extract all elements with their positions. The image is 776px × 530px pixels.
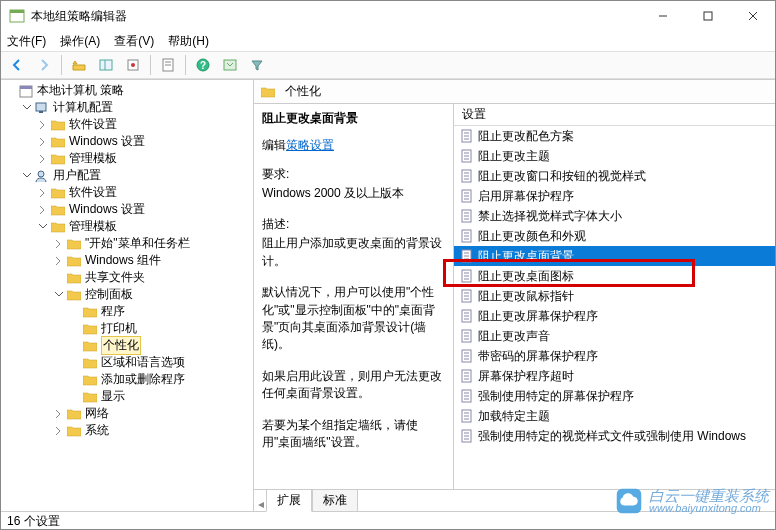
tree-node[interactable]: 系统 (1, 422, 253, 439)
folder-icon (66, 407, 82, 421)
right-header: 个性化 (254, 80, 775, 104)
tree-node[interactable]: "开始"菜单和任务栏 (1, 235, 253, 252)
tree-pane[interactable]: 本地计算机 策略计算机配置软件设置Windows 设置管理模板用户配置软件设置W… (1, 80, 254, 511)
tree-expander-icon[interactable] (53, 289, 64, 300)
export-button[interactable] (121, 54, 145, 76)
tree-expander-icon[interactable] (21, 102, 32, 113)
detail-pane: 阻止更改桌面背景 编辑策略设置 要求: Windows 2000 及以上版本 描… (254, 104, 454, 489)
setting-item[interactable]: 屏幕保护程序超时 (454, 366, 775, 386)
svg-point-9 (131, 63, 135, 67)
tree-node[interactable]: 个性化 (1, 337, 253, 354)
up-button[interactable] (67, 54, 91, 76)
forward-button[interactable] (32, 54, 56, 76)
setting-item[interactable]: 强制使用特定的屏幕保护程序 (454, 386, 775, 406)
policy-icon (460, 189, 474, 203)
tree-expander-icon[interactable] (21, 170, 32, 181)
setting-item[interactable]: 启用屏幕保护程序 (454, 186, 775, 206)
tree-expander-icon[interactable] (53, 425, 64, 436)
setting-item[interactable]: 带密码的屏幕保护程序 (454, 346, 775, 366)
svg-rect-15 (224, 60, 236, 70)
tree-node[interactable]: 共享文件夹 (1, 269, 253, 286)
tree-node[interactable]: 区域和语言选项 (1, 354, 253, 371)
folder-icon (82, 322, 98, 336)
tree-expander-icon[interactable] (37, 153, 48, 164)
tree-node-label: 系统 (85, 422, 109, 439)
tree-node[interactable]: 本地计算机 策略 (1, 82, 253, 99)
setting-item[interactable]: 阻止更改颜色和外观 (454, 226, 775, 246)
setting-label: 强制使用特定的屏幕保护程序 (478, 388, 634, 405)
tree-expander-icon[interactable] (37, 187, 48, 198)
tree-node[interactable]: 控制面板 (1, 286, 253, 303)
filter-options-button[interactable] (218, 54, 242, 76)
settings-list[interactable]: 阻止更改配色方案阻止更改主题阻止更改窗口和按钮的视觉样式启用屏幕保护程序禁止选择… (454, 126, 775, 489)
setting-item[interactable]: 阻止更改桌面图标 (454, 266, 775, 286)
tree-expander-icon[interactable] (53, 238, 64, 249)
tree-node[interactable]: Windows 设置 (1, 201, 253, 218)
tree-node[interactable]: 软件设置 (1, 116, 253, 133)
tree-node[interactable]: 软件设置 (1, 184, 253, 201)
tab-standard[interactable]: 标准 (312, 490, 358, 512)
setting-item[interactable]: 禁止选择视觉样式字体大小 (454, 206, 775, 226)
column-header-setting[interactable]: 设置 (454, 104, 775, 126)
setting-item[interactable]: 阻止更改桌面背景 (454, 246, 775, 266)
status-text: 16 个设置 (7, 513, 60, 530)
setting-item[interactable]: 阻止更改配色方案 (454, 126, 775, 146)
tree-node[interactable]: 管理模板 (1, 150, 253, 167)
menu-file[interactable]: 文件(F) (7, 33, 46, 50)
setting-item[interactable]: 阻止更改鼠标指针 (454, 286, 775, 306)
policy-icon (460, 129, 474, 143)
close-button[interactable] (730, 1, 775, 31)
app-icon (9, 8, 25, 24)
reapply-filter-button[interactable] (245, 54, 269, 76)
tree-expander-icon[interactable] (37, 136, 48, 147)
setting-item[interactable]: 阻止更改声音 (454, 326, 775, 346)
tree-node-label: 显示 (101, 388, 125, 405)
policy-icon (460, 309, 474, 323)
setting-item[interactable]: 强制使用特定的视觉样式文件或强制使用 Windows (454, 426, 775, 446)
window-title: 本地组策略编辑器 (31, 8, 640, 25)
tree-node[interactable]: 程序 (1, 303, 253, 320)
minimize-button[interactable] (640, 1, 685, 31)
tree-node-label: 用户配置 (53, 167, 101, 184)
menu-action[interactable]: 操作(A) (60, 33, 100, 50)
svg-text:?: ? (200, 60, 206, 71)
help-button[interactable]: ? (191, 54, 215, 76)
tree-node[interactable]: 显示 (1, 388, 253, 405)
setting-item[interactable]: 阻止更改窗口和按钮的视觉样式 (454, 166, 775, 186)
tree-expander-icon[interactable] (37, 119, 48, 130)
tree-node[interactable]: 打印机 (1, 320, 253, 337)
svg-rect-6 (100, 60, 112, 70)
tree-expander-icon[interactable] (53, 408, 64, 419)
policy-icon (460, 369, 474, 383)
tree-node[interactable]: 管理模板 (1, 218, 253, 235)
tree-node[interactable]: Windows 设置 (1, 133, 253, 150)
show-hide-button[interactable] (94, 54, 118, 76)
tab-extended[interactable]: 扩展 (266, 490, 312, 512)
menu-help[interactable]: 帮助(H) (168, 33, 209, 50)
folder-icon (50, 152, 66, 166)
folder-icon (66, 254, 82, 268)
setting-item[interactable]: 阻止更改主题 (454, 146, 775, 166)
tree-node[interactable]: 添加或删除程序 (1, 371, 253, 388)
maximize-button[interactable] (685, 1, 730, 31)
tree-node[interactable]: Windows 组件 (1, 252, 253, 269)
tree-node[interactable]: 计算机配置 (1, 99, 253, 116)
folder-icon (82, 373, 98, 387)
tree-expander-icon (69, 391, 80, 402)
properties-button[interactable] (156, 54, 180, 76)
edit-policy-link[interactable]: 策略设置 (286, 137, 334, 154)
setting-item[interactable]: 阻止更改屏幕保护程序 (454, 306, 775, 326)
policy-icon (460, 209, 474, 223)
setting-label: 屏幕保护程序超时 (478, 368, 574, 385)
tree-node[interactable]: 用户配置 (1, 167, 253, 184)
tree-expander-icon[interactable] (37, 221, 48, 232)
description-label: 描述: (262, 216, 445, 233)
back-button[interactable] (5, 54, 29, 76)
menu-view[interactable]: 查看(V) (114, 33, 154, 50)
setting-item[interactable]: 加载特定主题 (454, 406, 775, 426)
description-paragraph: 如果启用此设置，则用户无法更改任何桌面背景设置。 (262, 368, 445, 403)
tree-expander-icon[interactable] (53, 255, 64, 266)
tree-node[interactable]: 网络 (1, 405, 253, 422)
tree-expander-icon[interactable] (37, 204, 48, 215)
tree-node-label: 添加或删除程序 (101, 371, 185, 388)
